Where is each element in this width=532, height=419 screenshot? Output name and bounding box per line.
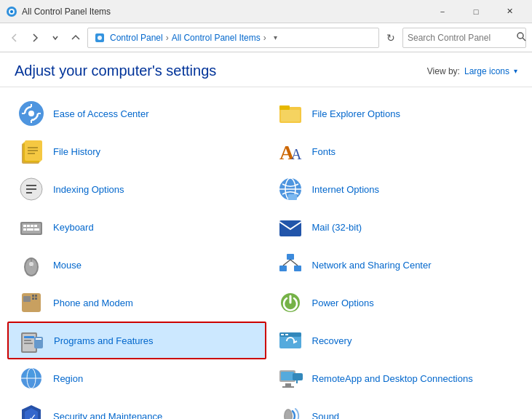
svg-point-2 bbox=[10, 10, 13, 13]
svg-rect-48 bbox=[294, 266, 301, 271]
item-label-indexing-options: Indexing Options bbox=[53, 184, 124, 195]
control-item-region[interactable]: Region bbox=[7, 359, 266, 397]
item-label-fonts: Fonts bbox=[312, 146, 336, 157]
item-label-file-explorer-options: File Explorer Options bbox=[312, 108, 400, 119]
forward-button[interactable] bbox=[26, 29, 44, 47]
phone-icon bbox=[17, 288, 46, 317]
search-input[interactable] bbox=[408, 33, 517, 43]
power-icon bbox=[276, 288, 305, 317]
item-label-keyboard: Keyboard bbox=[53, 222, 94, 233]
item-label-power-options: Power Options bbox=[312, 298, 374, 308]
item-label-sound: Sound bbox=[312, 411, 340, 420]
svg-rect-68 bbox=[285, 334, 288, 335]
network-icon bbox=[276, 250, 305, 279]
view-by-value[interactable]: Large icons bbox=[464, 66, 509, 76]
item-label-phone-modem: Phone and Modem bbox=[53, 298, 133, 308]
items-grid: Ease of Access CenterFile Explorer Optio… bbox=[0, 87, 532, 419]
item-label-region: Region bbox=[53, 373, 83, 384]
view-by-control[interactable]: View by: Large icons ▾ bbox=[427, 66, 517, 76]
svg-rect-53 bbox=[32, 295, 34, 297]
address-bar: Control Panel › All Control Panel Items … bbox=[0, 23, 532, 52]
indexing-icon bbox=[17, 175, 46, 204]
svg-text:✓: ✓ bbox=[28, 412, 37, 419]
refresh-button[interactable]: ↻ bbox=[382, 29, 400, 47]
svg-rect-36 bbox=[31, 225, 33, 227]
control-item-indexing-options[interactable]: Indexing Options bbox=[7, 170, 266, 208]
item-label-remoteapp: RemoteApp and Desktop Connections bbox=[312, 373, 473, 384]
view-by-dropdown-icon[interactable]: ▾ bbox=[514, 67, 517, 75]
internet-icon bbox=[276, 175, 305, 204]
svg-rect-47 bbox=[279, 266, 287, 271]
svg-rect-46 bbox=[287, 254, 294, 260]
control-item-recovery[interactable]: Recovery bbox=[266, 322, 525, 359]
control-item-keyboard[interactable]: Keyboard bbox=[7, 208, 266, 246]
item-label-network-sharing: Network and Sharing Center bbox=[312, 260, 432, 271]
item-label-programs-features: Programs and Features bbox=[54, 335, 154, 346]
ease-icon bbox=[17, 99, 46, 128]
recovery-icon bbox=[276, 326, 305, 355]
svg-rect-14 bbox=[279, 105, 290, 110]
svg-point-4 bbox=[98, 36, 102, 40]
control-item-programs-features[interactable]: Programs and Features bbox=[7, 322, 266, 359]
svg-rect-61 bbox=[24, 340, 31, 341]
svg-rect-31 bbox=[288, 194, 297, 200]
mail-icon bbox=[276, 212, 305, 242]
svg-rect-40 bbox=[34, 228, 39, 231]
item-label-mouse: Mouse bbox=[53, 260, 82, 271]
svg-rect-64 bbox=[36, 338, 41, 340]
minimize-button[interactable]: − bbox=[426, 0, 459, 23]
app-icon bbox=[6, 6, 17, 17]
breadcrumb-all-items[interactable]: All Control Panel Items bbox=[172, 33, 261, 43]
svg-rect-38 bbox=[23, 228, 26, 231]
item-label-recovery: Recovery bbox=[312, 335, 352, 346]
breadcrumb-control-panel[interactable]: Control Panel bbox=[110, 33, 163, 43]
svg-point-45 bbox=[29, 262, 33, 266]
svg-rect-60 bbox=[24, 336, 34, 338]
item-label-ease-of-access: Ease of Access Center bbox=[53, 108, 149, 119]
up-button[interactable] bbox=[67, 29, 84, 47]
control-item-ease-of-access[interactable]: Ease of Access Center bbox=[7, 95, 266, 132]
recent-locations-button[interactable] bbox=[47, 29, 64, 47]
control-item-fonts[interactable]: AAFonts bbox=[266, 132, 525, 170]
control-item-phone-modem[interactable]: Phone and Modem bbox=[7, 284, 266, 322]
region-icon bbox=[17, 364, 46, 393]
items-area: Ease of Access CenterFile Explorer Optio… bbox=[0, 87, 532, 419]
svg-rect-51 bbox=[22, 293, 41, 312]
svg-rect-62 bbox=[24, 343, 33, 344]
title-bar-text: All Control Panel Items bbox=[22, 7, 426, 17]
maximize-button[interactable]: □ bbox=[459, 0, 493, 23]
svg-rect-75 bbox=[282, 386, 294, 388]
control-item-file-history[interactable]: File History bbox=[7, 132, 266, 170]
item-label-security-maintenance: Security and Maintenance bbox=[53, 411, 162, 420]
close-button[interactable]: ✕ bbox=[493, 0, 526, 23]
back-button[interactable] bbox=[6, 29, 23, 47]
search-box[interactable] bbox=[402, 28, 526, 48]
item-label-file-history: File History bbox=[53, 146, 100, 157]
control-item-network-sharing[interactable]: Network and Sharing Center bbox=[266, 246, 525, 284]
svg-rect-76 bbox=[293, 373, 303, 380]
svg-rect-54 bbox=[35, 295, 37, 297]
remoteapp-icon bbox=[276, 364, 305, 393]
control-item-mouse[interactable]: Mouse bbox=[7, 246, 266, 284]
page-title: Adjust your computer's settings bbox=[15, 63, 216, 79]
control-item-file-explorer-options[interactable]: File Explorer Options bbox=[266, 95, 525, 132]
svg-rect-52 bbox=[23, 296, 31, 302]
control-item-internet-options[interactable]: Internet Options bbox=[266, 170, 525, 208]
control-item-mail[interactable]: Mail (32-bit) bbox=[266, 208, 525, 246]
fonts-icon: AA bbox=[276, 137, 305, 166]
control-item-sound[interactable]: Sound bbox=[266, 397, 525, 419]
item-label-internet-options: Internet Options bbox=[312, 184, 380, 195]
svg-line-50 bbox=[290, 260, 298, 266]
svg-rect-34 bbox=[23, 225, 26, 227]
control-item-security-maintenance[interactable]: ✓Security and Maintenance bbox=[7, 397, 266, 419]
svg-rect-73 bbox=[281, 372, 294, 380]
control-item-remoteapp[interactable]: RemoteApp and Desktop Connections bbox=[266, 359, 525, 397]
control-item-power-options[interactable]: Power Options bbox=[266, 284, 525, 322]
security-icon: ✓ bbox=[17, 402, 46, 419]
breadcrumb-dropdown[interactable]: ▾ bbox=[274, 33, 277, 41]
item-label-mail: Mail (32-bit) bbox=[312, 222, 362, 233]
file-explorer-icon bbox=[276, 99, 305, 128]
title-bar-controls: − □ ✕ bbox=[426, 0, 526, 23]
svg-rect-56 bbox=[35, 298, 37, 300]
breadcrumb[interactable]: Control Panel › All Control Panel Items … bbox=[87, 28, 379, 48]
